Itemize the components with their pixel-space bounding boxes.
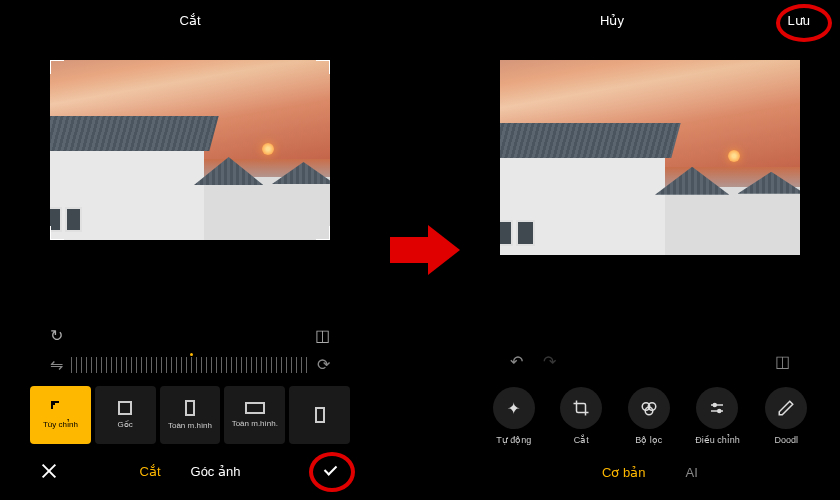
undo-icon[interactable]: ↶ (510, 352, 523, 371)
photo-area (0, 40, 380, 260)
aspect-original[interactable]: Gốc (95, 386, 156, 444)
crop-handle-tr[interactable] (316, 60, 330, 74)
mode-tabs: Cơ bản AI (460, 453, 840, 500)
crop-icon (572, 399, 590, 417)
confirm-icon[interactable] (322, 462, 340, 480)
photo-area-right (460, 40, 840, 275)
top-bar-right: Hủy Lưu (460, 0, 840, 40)
tool-auto[interactable]: ✦ Tự động (493, 387, 535, 445)
crop-screen: Cắt ↻ ◫ ⇋ ⟳ Tùy chỉnh Gốc (0, 0, 380, 500)
filter-icon (640, 399, 658, 417)
transform-row: ↻ ◫ (0, 320, 380, 351)
tab-ai[interactable]: AI (686, 465, 698, 480)
cancel-icon[interactable] (40, 462, 58, 480)
bottom-bar: Cắt Góc ảnh (0, 452, 380, 500)
tab-crop[interactable]: Cắt (140, 464, 161, 479)
tab-basic[interactable]: Cơ bản (602, 465, 645, 480)
bottom-tabs: Cắt Góc ảnh (140, 464, 241, 479)
edit-screen: Hủy Lưu ↶ ↷ ◫ ✦ Tự động Cắt Bộ lọc (460, 0, 840, 500)
aspect-icon[interactable]: ◫ (315, 326, 330, 345)
crop-handle-bl[interactable] (50, 226, 64, 240)
svg-point-6 (718, 410, 721, 413)
tool-row: ✦ Tự động Cắt Bộ lọc Điều chỉnh Doodl (460, 379, 840, 453)
tool-adjust[interactable]: Điều chỉnh (695, 387, 740, 445)
adjust-icon (708, 399, 726, 417)
ruler-ticks[interactable] (71, 357, 309, 373)
crop-photo[interactable] (50, 60, 330, 240)
save-button[interactable]: Lưu (788, 13, 810, 28)
tool-doodle[interactable]: Doodl (765, 387, 807, 445)
flip-icon[interactable]: ⇋ (50, 355, 63, 374)
redo-icon[interactable]: ↷ (543, 352, 556, 371)
sparkle-icon: ✦ (507, 399, 520, 418)
cancel-button[interactable]: Hủy (600, 13, 624, 28)
arrow-icon (390, 225, 460, 275)
history-row: ↶ ↷ ◫ (460, 344, 840, 379)
aspect-more[interactable] (289, 386, 350, 444)
svg-point-5 (714, 404, 717, 407)
tool-filter[interactable]: Bộ lọc (628, 387, 670, 445)
straighten-icon[interactable]: ⟳ (317, 355, 330, 374)
straighten-ruler[interactable]: ⇋ ⟳ (0, 351, 380, 378)
edited-photo[interactable] (500, 60, 800, 255)
top-bar: Cắt (0, 0, 380, 40)
aspect-fullscreen-landscape[interactable]: Toàn m.hình. (224, 386, 285, 444)
tab-perspective[interactable]: Góc ảnh (191, 464, 241, 479)
crop-handle-tl[interactable] (50, 60, 64, 74)
crop-handle-br[interactable] (316, 226, 330, 240)
aspect-fullscreen-portrait[interactable]: Toàn m.hình (160, 386, 221, 444)
rotate-icon[interactable]: ↻ (50, 326, 63, 345)
compare-icon[interactable]: ◫ (775, 352, 790, 371)
aspect-ratio-bar: Tùy chỉnh Gốc Toàn m.hình Toàn m.hình. (0, 378, 380, 452)
pencil-icon (777, 399, 795, 417)
crop-title: Cắt (180, 13, 201, 28)
tool-crop[interactable]: Cắt (560, 387, 602, 445)
aspect-custom[interactable]: Tùy chỉnh (30, 386, 91, 444)
